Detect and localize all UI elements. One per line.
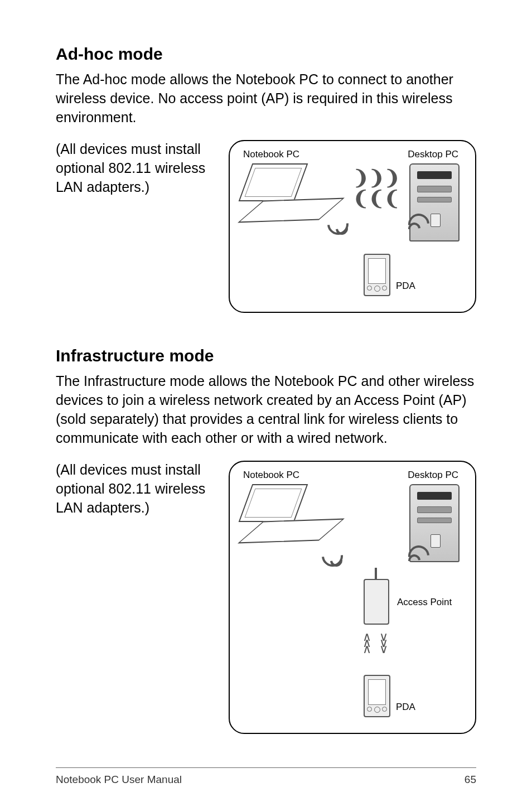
infra-row: (All devices must install optional 802.1… bbox=[56, 461, 476, 734]
infra-heading: Infrastructure mode bbox=[56, 346, 476, 365]
adhoc-heading: Ad-hoc mode bbox=[56, 45, 476, 64]
access-point-icon bbox=[364, 579, 389, 625]
adhoc-label-pda: PDA bbox=[396, 281, 415, 292]
adhoc-label-notebook: Notebook PC bbox=[243, 149, 299, 160]
infra-side-note: (All devices must install optional 802.1… bbox=[56, 461, 217, 734]
arrow-up-icon: ∧∧∧ bbox=[361, 634, 373, 652]
footer-title: Notebook PC User Manual bbox=[56, 774, 182, 786]
page-footer: Notebook PC User Manual 65 bbox=[56, 767, 476, 786]
page-number: 65 bbox=[465, 774, 476, 786]
pda-icon bbox=[364, 254, 390, 296]
infra-diagram: Notebook PC Desktop PC Access Point ∧∧∧ … bbox=[229, 461, 476, 734]
notebook-pc-icon bbox=[245, 163, 329, 225]
adhoc-side-note: (All devices must install optional 802.1… bbox=[56, 140, 217, 313]
adhoc-row: (All devices must install optional 802.1… bbox=[56, 140, 476, 313]
wireless-wave-icon: ❨ ❨ ❨ bbox=[352, 192, 397, 205]
notebook-pc-icon bbox=[245, 484, 329, 545]
infra-label-notebook: Notebook PC bbox=[243, 470, 299, 481]
infra-label-desktop: Desktop PC bbox=[408, 470, 458, 481]
arrow-down-icon: ∨∨∨ bbox=[378, 634, 389, 652]
adhoc-label-desktop: Desktop PC bbox=[408, 149, 458, 160]
wireless-wave-icon: ❩ ❩ ❩ bbox=[352, 172, 397, 184]
adhoc-intro: The Ad-hoc mode allows the Notebook PC t… bbox=[56, 70, 476, 127]
infra-label-pda: PDA bbox=[396, 702, 415, 713]
infra-intro: The Infrastructure mode allows the Noteb… bbox=[56, 372, 476, 447]
adhoc-diagram: Notebook PC Desktop PC ❩ ❩ ❩ ❨ ❨ ❨ PDA bbox=[229, 140, 476, 313]
infra-label-access-point: Access Point bbox=[397, 597, 452, 608]
pda-icon bbox=[364, 675, 390, 717]
